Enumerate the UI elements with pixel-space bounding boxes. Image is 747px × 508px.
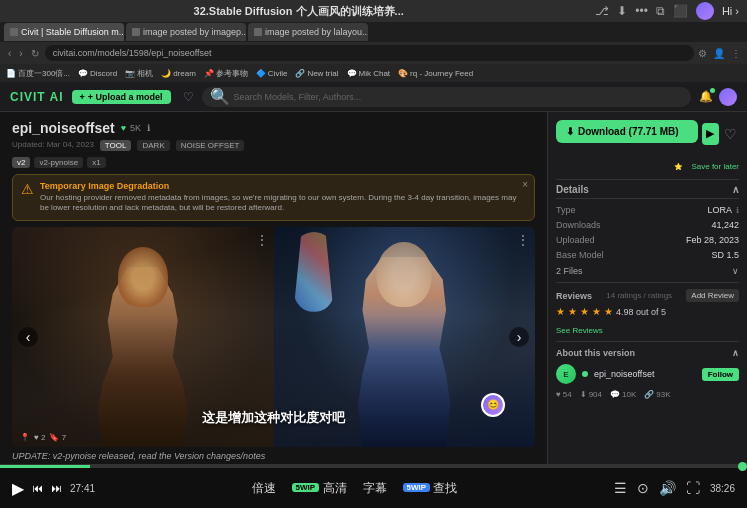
favorites-icon[interactable]: ♡ [183,90,194,104]
share-icon[interactable]: ⎇ [595,4,609,18]
gallery-image-left[interactable]: ⋮ [12,227,274,447]
gallery-options-right[interactable]: ⋮ [517,233,529,247]
model-likes-count: 5K [130,123,141,133]
subtitles-control[interactable]: 字幕 [363,480,387,497]
see-reviews-link[interactable]: See Reviews [556,326,603,335]
main-search-bar[interactable]: 🔍 Search Models, Filter, Authors... [202,87,691,107]
save-for-later-label[interactable]: Save for later [691,162,739,171]
files-section: 2 Files ∨ [556,266,739,276]
extensions-icon[interactable]: ⚙ [698,48,707,59]
progress-bar[interactable] [0,465,747,468]
follow-button[interactable]: Follow [702,368,739,381]
tag-v2-pynoise[interactable]: v2-pynoise [34,157,83,168]
page-content: epi_noiseoffset ♥ 5K ℹ Updated: Mar 04, … [0,112,747,464]
gallery-options-left[interactable]: ⋮ [256,233,268,247]
pip-icon[interactable]: ⊙ [637,480,649,496]
notification-icon[interactable]: 🔔 [699,90,713,103]
back-button[interactable]: ‹ [6,48,13,59]
reviews-section: Reviews 14 ratings / ratings Add Review … [556,289,739,337]
about-header: About this version ∧ [556,348,739,358]
uploaded-value: Feb 28, 2023 [686,235,739,245]
bookmark-refs[interactable]: 📌 参考事物 [204,68,248,79]
bookmark-baidu[interactable]: 📄 百度一300倍... [6,68,70,79]
search-icon: 🔍 [210,87,230,106]
time-display: 27:41 [70,483,95,494]
quality-control[interactable]: 5WIP 高清 [292,480,347,497]
upload-model-button[interactable]: + + Upload a model [72,90,171,104]
tab-favicon-img2 [254,28,262,36]
about-collapse-icon[interactable]: ∧ [732,348,739,358]
tag-x1[interactable]: x1 [87,157,105,168]
reviews-count: 14 ratings / ratings [606,291,672,300]
gallery-prev-button[interactable]: ‹ [18,327,38,347]
type-info-icon[interactable]: ℹ [736,206,739,215]
detail-downloads-row: Downloads 41,242 [556,220,739,230]
player-controls: ▶ ⏮ ⏭ 27:41 倍速 5WIP 高清 字幕 5WIP 查找 ☰ ⊙ [0,468,747,508]
tag-tool[interactable]: TOOL [100,140,132,151]
heart-button[interactable]: ♡ [723,123,739,145]
detail-type-row: Type LORA ℹ [556,205,739,215]
fullscreen-icon[interactable]: ⛶ [686,480,700,496]
skip-back-button[interactable]: ⏮ [32,482,43,494]
skip-forward-button[interactable]: ⏭ [51,482,62,494]
gallery-icon2[interactable]: ♥ 2 [34,433,45,442]
files-collapse-icon[interactable]: ∨ [732,266,739,276]
star-1: ★ [556,306,565,317]
tag-dark[interactable]: DARK [137,140,169,151]
model-panel: epi_noiseoffset ♥ 5K ℹ Updated: Mar 04, … [0,112,547,464]
creator-name[interactable]: epi_noiseoffset [594,369,654,379]
bookmark-civile[interactable]: 🔷 Civile [256,69,288,78]
model-meta: Updated: Mar 04, 2023 TOOL DARK NOISE OF… [12,140,535,151]
notification-banner: ⚠ Temporary Image Degradation Our hostin… [12,174,535,221]
cast-icon[interactable]: ⬛ [673,4,688,18]
bookmark-mik-chat[interactable]: 💬 Mik Chat [347,69,391,78]
save-later-row: ⭐ Save for later [556,155,739,173]
quality-badge: 5WIP [292,483,320,492]
info-icon[interactable]: ℹ [147,123,150,133]
model-likes-icon: ♥ [121,123,126,133]
settings-icon[interactable]: ⋮ [731,48,741,59]
progress-fill [0,465,90,468]
bookmark-camera[interactable]: 📷 相机 [125,68,153,79]
playlist-icon[interactable]: ☰ [614,480,627,496]
picture-in-picture-icon[interactable]: ⧉ [656,4,665,18]
tab-label-img1: image posted by imagep... [143,27,246,37]
search-control[interactable]: 5WIP 查找 [403,480,458,497]
download-button-row: ⬇ Download (77.71 MB) ▶ ♡ [556,120,739,147]
tab-image1[interactable]: image posted by imagep... × [126,23,246,41]
gallery-icon3[interactable]: 🔖 7 [49,433,66,442]
download-button[interactable]: ⬇ Download (77.71 MB) [556,120,698,143]
about-label: About this version [556,348,635,358]
refresh-button[interactable]: ↻ [29,48,41,59]
more-icon[interactable]: ••• [635,4,648,18]
download-icon[interactable]: ⬇ [617,4,627,18]
user-avatar-main[interactable] [719,88,737,106]
address-bar[interactable]: civitai.com/models/1598/epi_noiseoffset [45,45,694,61]
bookmark-journey[interactable]: 🎨 rq - Journey Feed [398,69,473,78]
play-button[interactable]: ▶ [702,123,718,145]
gallery-image-right[interactable]: 😊 ⋮ [274,227,536,447]
tab-civitai[interactable]: Civit | Stable Diffusion m... × [4,23,124,41]
time-total: 38:26 [710,483,735,494]
bookmark-discord[interactable]: 💬 Discord [78,69,117,78]
collapse-icon[interactable]: ∧ [732,184,739,195]
tab-favicon-img1 [132,28,140,36]
gallery-icon1[interactable]: 📍 [20,433,30,442]
forward-button[interactable]: › [17,48,24,59]
volume-icon[interactable]: 🔊 [659,480,676,496]
user-avatar-small[interactable] [696,2,714,20]
profile-icon[interactable]: 👤 [713,48,725,59]
model-updated: Updated: Mar 04, 2023 [12,140,94,151]
gallery-next-button[interactable]: › [509,327,529,347]
add-review-button[interactable]: Add Review [686,289,739,302]
play-button-player[interactable]: ▶ [12,479,24,498]
tab-image2[interactable]: image posted by lalayou... × [248,23,368,41]
notification-close-button[interactable]: × [522,179,528,190]
tab-favicon-civitai [10,28,18,36]
bookmark-dream[interactable]: 🌙 dream [161,69,196,78]
speed-control[interactable]: 倍速 [252,480,276,497]
description-preview: LORA based on the Noise Offset. It can't… [12,463,535,464]
tag-noise-offset[interactable]: NOISE OFFSET [176,140,245,151]
tag-v2[interactable]: v2 [12,157,30,168]
bookmark-new-trial[interactable]: 🔗 New trial [295,69,338,78]
